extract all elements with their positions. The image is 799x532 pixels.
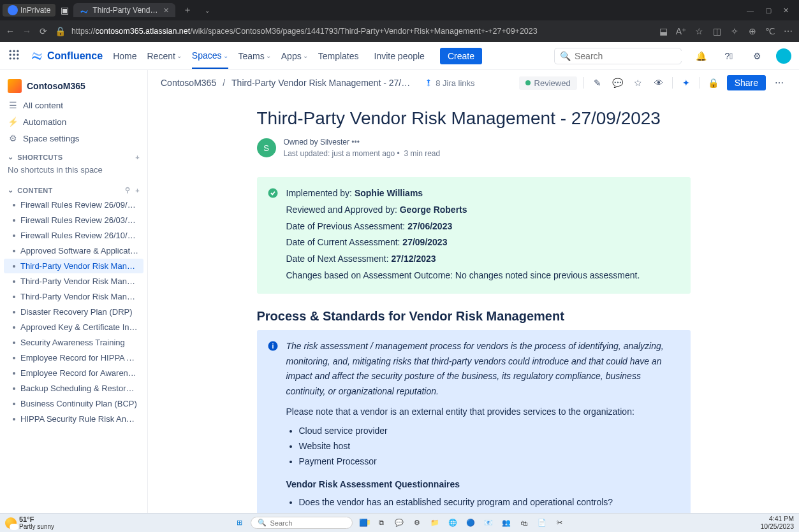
tree-item-label: Security Awareness Training: [20, 338, 125, 347]
nav-templates[interactable]: Templates: [318, 51, 359, 61]
sidebar-automation[interactable]: ⚡Automation: [0, 113, 147, 130]
author-avatar[interactable]: S: [257, 138, 276, 157]
maximize-icon[interactable]: ▢: [765, 6, 772, 15]
bullet-icon: [13, 219, 15, 222]
add-shortcut-icon[interactable]: +: [135, 154, 140, 161]
owner-link[interactable]: Silvester: [320, 138, 349, 147]
tree-item[interactable]: Backup Scheduling & Restore Procedure: [4, 381, 143, 396]
restrictions-icon[interactable]: 🔒: [707, 76, 721, 90]
tree-item[interactable]: Disaster Recovery Plan (DRP): [4, 305, 143, 319]
favorites-bar-icon[interactable]: ✧: [729, 26, 740, 36]
site-info-icon[interactable]: 🔒: [55, 26, 65, 36]
tree-item[interactable]: Security Awareness Training: [4, 335, 143, 350]
list-item: Cloud service provider: [299, 424, 680, 439]
workspaces-icon[interactable]: ▣: [58, 5, 71, 15]
bolt-icon: ⚡: [8, 117, 18, 127]
nav-home[interactable]: Home: [113, 51, 136, 61]
star-icon[interactable]: ☆: [631, 76, 645, 90]
notifications-icon[interactable]: 🔔: [692, 47, 710, 65]
watch-icon[interactable]: 👁: [652, 76, 666, 90]
share-button[interactable]: Share: [727, 75, 766, 90]
app-switcher-icon[interactable]: [8, 48, 20, 63]
refresh-icon[interactable]: ⟳: [38, 26, 48, 36]
tree-item[interactable]: Approved Software & Applications List: [4, 243, 143, 258]
svg-point-1: [13, 50, 15, 52]
bullet-icon: [13, 265, 15, 268]
browser-tab[interactable]: Third-Party Vendor Risk Manage… ✕: [73, 3, 175, 17]
nav-apps[interactable]: Apps⌄: [281, 51, 308, 61]
more-icon[interactable]: ⋯: [782, 26, 794, 36]
space-header[interactable]: ContosoM365: [0, 75, 147, 97]
tree-item[interactable]: HIPPA Security Rule Risk Analysis: [4, 412, 143, 426]
edit-icon[interactable]: ✎: [590, 76, 605, 90]
account-avatar[interactable]: [776, 48, 791, 64]
tree-item[interactable]: Third-Party Vendor Risk Management - 27/…: [4, 259, 143, 273]
breadcrumb-space[interactable]: ContosoM365: [161, 78, 216, 88]
status-dot-icon: [525, 80, 531, 85]
tree-item[interactable]: Third-Party Vendor Risk Management - 27/…: [4, 274, 143, 289]
bullet-icon: [13, 341, 15, 344]
url-host: contosom365.atlassian.net: [96, 27, 191, 36]
create-button[interactable]: Create: [440, 48, 482, 64]
chevron-down-icon: ⌄: [177, 52, 182, 59]
chevron-down-icon[interactable]: ⌄: [8, 153, 13, 161]
more-actions-icon[interactable]: ⋯: [772, 76, 786, 90]
tree-item-label: Disaster Recovery Plan (DRP): [20, 307, 133, 317]
ai-icon[interactable]: ✦: [679, 76, 693, 90]
new-tab-button[interactable]: ＋: [178, 2, 197, 18]
chevron-down-icon[interactable]: ⌄: [8, 186, 13, 194]
tree-item[interactable]: Firewall Rules Review 26/03/2023: [4, 213, 143, 227]
comment-icon[interactable]: 💬: [611, 76, 625, 90]
minimize-icon[interactable]: —: [747, 6, 754, 15]
jira-links[interactable]: 8 Jira links: [424, 78, 474, 88]
chevron-down-icon: ⌄: [303, 52, 308, 59]
split-screen-icon[interactable]: ◫: [711, 26, 722, 36]
svg-point-8: [17, 57, 18, 59]
divider: [700, 77, 700, 89]
sidebar-all-content[interactable]: ☰All content: [0, 97, 147, 113]
tree-item[interactable]: Employee Record for HIPPA Annual Trainin…: [4, 350, 143, 365]
extensions-icon[interactable]: ℃: [765, 26, 776, 36]
bullet-icon: [13, 326, 15, 329]
tree-item[interactable]: Firewall Rules Review 26/09/2023: [4, 198, 143, 212]
read-aloud-icon[interactable]: A⁺: [675, 26, 687, 36]
favorite-icon[interactable]: ☆: [693, 26, 705, 36]
svg-point-3: [10, 54, 11, 55]
nav-recent[interactable]: Recent⌄: [147, 51, 181, 61]
address-bar[interactable]: https://contosom365.atlassian.net/wiki/s…: [71, 27, 651, 36]
page-title: Third-Party Vendor Risk Management - 27/…: [257, 108, 691, 129]
last-updated: Last updated: just a moment ago: [284, 149, 395, 158]
forward-icon[interactable]: →: [22, 26, 32, 36]
confluence-logo[interactable]: Confluence: [31, 50, 103, 62]
tree-item-label: Approved Software & Applications List: [20, 246, 138, 255]
tab-actions-icon[interactable]: ⌄: [200, 4, 215, 17]
filter-icon[interactable]: ⚲: [125, 186, 130, 194]
search-input[interactable]: [575, 51, 686, 61]
tree-item[interactable]: Third-Party Vendor Risk Management - 27/…: [4, 289, 143, 304]
close-window-icon[interactable]: ✕: [783, 6, 789, 15]
add-page-icon[interactable]: +: [135, 187, 140, 194]
close-tab-icon[interactable]: ✕: [163, 6, 169, 15]
content-status[interactable]: Reviewed: [519, 76, 577, 90]
back-icon[interactable]: ←: [5, 26, 15, 36]
bullet-icon: [13, 387, 15, 390]
tree-item[interactable]: Approved Key & Certificate Inventory: [4, 320, 143, 334]
byline-more-icon[interactable]: •••: [351, 138, 360, 147]
nav-teams[interactable]: Teams⌄: [238, 51, 271, 61]
help-icon[interactable]: ?⃝: [720, 47, 738, 65]
tree-item[interactable]: Firewall Rules Review 26/10/2022: [4, 228, 143, 243]
tree-item[interactable]: Employee Record for Awareness Training: [4, 366, 143, 380]
divider: [672, 77, 673, 89]
tree-item[interactable]: Business Continuity Plan (BCP): [4, 396, 143, 411]
read-time: 3 min read: [404, 149, 440, 158]
app-available-icon[interactable]: ⬓: [657, 26, 669, 36]
settings-icon[interactable]: ⚙: [748, 47, 766, 65]
breadcrumb-page[interactable]: Third-Party Vendor Risk Management - 27/…: [231, 78, 410, 88]
confluence-icon: [31, 50, 43, 62]
invite-people-button[interactable]: Invite people: [369, 48, 430, 64]
inprivate-label: InPrivate: [20, 6, 50, 15]
sidebar-space-settings[interactable]: ⚙Space settings: [0, 130, 147, 147]
nav-spaces[interactable]: Spaces⌄: [192, 50, 228, 69]
search-box[interactable]: 🔍: [554, 48, 682, 64]
collections-icon[interactable]: ⊕: [747, 26, 758, 36]
